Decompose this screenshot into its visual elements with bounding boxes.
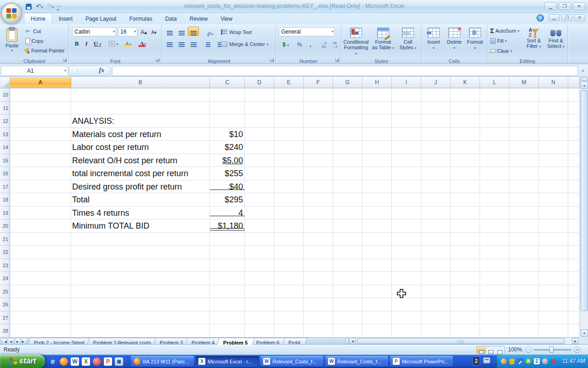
cell-C18[interactable]: $295 <box>210 193 243 206</box>
gray-speaker-icon[interactable] <box>542 358 548 364</box>
underline-button[interactable]: U ▾ <box>91 39 103 48</box>
column-header-i[interactable]: I <box>392 77 421 88</box>
sheet-tab-problem-6[interactable]: Problem 6 <box>250 338 287 345</box>
blue-z-icon[interactable]: Z <box>534 358 540 364</box>
close-button[interactable]: ✕ <box>573 2 585 10</box>
column-header-h[interactable]: H <box>362 77 392 88</box>
worksheet-grid[interactable]: ANALYSIS:Materials cost per return$10Lab… <box>10 88 580 337</box>
fill-color-button[interactable]: ◬▾ <box>122 39 135 48</box>
cell-C13[interactable]: $10 <box>210 128 243 141</box>
office-button[interactable] <box>1 3 22 24</box>
vertical-scrollbar[interactable]: ▲ ▼ <box>580 77 588 337</box>
name-box[interactable]: A1 ▾ <box>1 66 68 76</box>
cell-B14[interactable]: Labor cost per return <box>72 141 209 154</box>
percent-style-button[interactable]: % <box>294 40 305 49</box>
horizontal-scrollbar[interactable]: ◀ ▶ <box>349 338 580 345</box>
bold-button[interactable]: B <box>72 39 81 48</box>
insert-cells-button[interactable]: Insert ▾ <box>424 27 443 52</box>
alignment-dialog-launcher[interactable] <box>270 58 274 62</box>
row-header-27[interactable]: 27 <box>0 311 10 325</box>
column-header-f[interactable]: F <box>304 77 333 88</box>
green-a-icon[interactable]: A <box>526 358 531 364</box>
grow-font-button[interactable]: A▴ <box>139 27 148 37</box>
cell-C14[interactable]: $240 <box>210 141 243 154</box>
center-button[interactable] <box>176 38 187 47</box>
sheet-tab-probl[interactable]: Probl <box>282 338 307 345</box>
row-header-26[interactable]: 26 <box>0 298 10 311</box>
format-painter-button[interactable]: Format Painter <box>24 46 65 54</box>
font-size-combo[interactable]: 16▾ <box>118 27 137 36</box>
row-header-12[interactable]: 12 <box>0 115 10 128</box>
bottom-align-button[interactable] <box>188 27 199 36</box>
increase-decimal-button[interactable]: ←.0.00 <box>318 40 328 49</box>
row-header-16[interactable]: 16 <box>0 167 10 180</box>
task-button-2[interactable]: XMicrosoft Excel - r... <box>196 356 259 367</box>
help-button[interactable]: ? <box>537 14 544 22</box>
red-n-icon[interactable]: N <box>550 358 556 364</box>
page-layout-view-button[interactable] <box>486 346 495 354</box>
cell-C19[interactable]: 4 <box>210 207 243 219</box>
cell-B15[interactable]: Relevant O/H cost per return <box>72 154 209 167</box>
cell-C15[interactable]: $5.00 <box>210 154 243 167</box>
font-color-button[interactable]: A▾ <box>136 39 149 48</box>
middle-align-button[interactable] <box>176 27 187 36</box>
column-header-l[interactable]: L <box>480 77 509 88</box>
font-name-combo[interactable]: Calibri▾ <box>72 27 116 36</box>
ribbon-tab-home[interactable]: Home <box>24 13 52 24</box>
row-header-25[interactable]: 25 <box>0 285 10 299</box>
ribbon-tab-formulas[interactable]: Formulas <box>123 13 158 25</box>
orange-ball-icon[interactable] <box>501 358 507 364</box>
scroll-down-button[interactable]: ▼ <box>581 329 588 337</box>
task-button-5[interactable]: PMicrosoft PowerPo... <box>390 356 453 367</box>
copy-button[interactable]: Copy <box>24 37 65 45</box>
toolbar-options-icon[interactable] <box>483 357 490 363</box>
task-button-4[interactable]: WRelevant_Costs_f... <box>325 356 388 367</box>
column-header-k[interactable]: K <box>451 77 480 88</box>
ribbon-tab-review[interactable]: Review <box>183 13 214 25</box>
firefox-icon[interactable] <box>60 357 68 366</box>
format-as-table-button[interactable]: Format as Table ▾ <box>371 27 396 52</box>
cut-button[interactable]: ✂Cut <box>24 27 65 35</box>
decrease-indent-button[interactable] <box>203 38 214 47</box>
scroll-up-button[interactable]: ▲ <box>581 81 588 89</box>
cell-C20[interactable]: $1,180 <box>210 219 243 232</box>
gold-shield-icon[interactable] <box>509 358 515 364</box>
insert-function-button[interactable]: fx <box>69 66 111 76</box>
vertical-scroll-thumb[interactable] <box>581 90 588 311</box>
workbook-minimize-button[interactable]: ▁ <box>548 14 560 21</box>
workbook-close-button[interactable]: ✕ <box>574 14 585 21</box>
column-header-partial[interactable] <box>568 77 580 88</box>
window-icon[interactable]: ▣ <box>115 357 123 366</box>
column-header-j[interactable]: J <box>421 77 451 88</box>
sheet-tab-prob-2-income-stmnt[interactable]: Prob 2 - Income Stmnt <box>28 338 92 345</box>
expand-formula-bar-button[interactable]: » <box>579 68 588 74</box>
sheet-tab-problem-3[interactable]: Problem 3 <box>154 338 190 345</box>
workbook-restore-button[interactable]: ❐ <box>561 14 572 21</box>
clipboard-dialog-launcher[interactable] <box>63 58 67 62</box>
cell-C16[interactable]: $255 <box>210 167 243 180</box>
select-all-corner[interactable] <box>0 77 10 88</box>
column-header-m[interactable]: M <box>509 77 539 88</box>
cell-B19[interactable]: Times 4 returns <box>72 207 209 219</box>
borders-button[interactable]: ▾ <box>107 39 120 48</box>
zoom-out-button[interactable]: − <box>526 347 531 353</box>
merge-center-button[interactable]: Merge & Center▾ <box>221 40 269 49</box>
tab-split-handle[interactable] <box>345 338 349 344</box>
cell-styles-button[interactable]: Cell Styles ▾ <box>396 27 419 52</box>
ribbon-tab-view[interactable]: View <box>214 13 239 25</box>
scroll-left-button[interactable]: ◀ <box>349 338 356 344</box>
align-left-button[interactable] <box>164 38 175 47</box>
number-dialog-launcher[interactable] <box>335 58 339 62</box>
powerpoint-icon[interactable]: P <box>104 357 112 366</box>
sort-filter-button[interactable]: AZ Sort & Filter ▾ <box>522 28 545 49</box>
row-header-21[interactable]: 21 <box>0 233 10 246</box>
find-select-button[interactable]: Find & Select ▾ <box>544 28 567 49</box>
top-align-button[interactable] <box>164 27 175 36</box>
italic-button[interactable]: I <box>82 39 90 48</box>
orientation-button[interactable]: ab▾ <box>203 27 217 36</box>
cell-B16[interactable]: total incremental cost per return <box>72 167 209 180</box>
excel-icon[interactable]: X <box>82 357 90 366</box>
key-icon[interactable] <box>93 357 101 366</box>
column-header-g[interactable]: G <box>333 77 362 88</box>
language-bar-indicator[interactable]: 2 <box>472 356 480 366</box>
